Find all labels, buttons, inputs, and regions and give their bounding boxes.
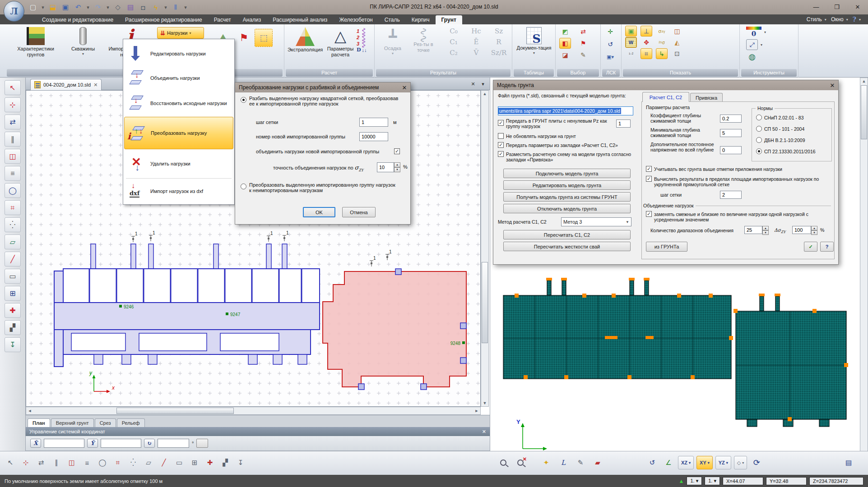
spring-1-button[interactable]: 1	[357, 28, 359, 34]
menu-item-import-dxf[interactable]: ↓ dxf Импорт нагрузок из dxf	[124, 181, 233, 202]
help-icon[interactable]: ?	[853, 16, 856, 23]
columns-icon[interactable]: ⫴	[171, 2, 181, 12]
rect-tool-icon[interactable]: ▭	[5, 269, 21, 284]
zoom-cancel-icon[interactable]: ✕	[514, 456, 527, 469]
method-select[interactable]: Метод 3▼	[561, 217, 631, 226]
edit-soil-model-button[interactable]: Редактировать модель грунта	[503, 180, 631, 190]
angle-view-icon[interactable]: ∠	[662, 456, 675, 469]
results-area-checkbox[interactable]: ✓	[646, 176, 652, 182]
add-node-tool-icon[interactable]: ⊹	[5, 97, 21, 112]
close-button[interactable]: ✕	[847, 0, 868, 14]
tab-analysis[interactable]: Анализ	[237, 15, 267, 24]
coord-apply-button[interactable]	[196, 439, 208, 448]
right-scrollbar-thumb[interactable]	[861, 85, 867, 139]
from-soil-button[interactable]: из ГРУНТа	[646, 242, 687, 252]
line-tool-icon[interactable]: ╱	[5, 252, 21, 266]
select-add-icon[interactable]: ◩	[559, 26, 571, 37]
c1-button[interactable]: C₁	[442, 38, 465, 46]
mesh-tool-icon[interactable]: ⊞	[5, 286, 21, 301]
bottom-hatch-icon[interactable]: ▞	[218, 456, 232, 469]
globe-settings-icon[interactable]: ◍	[746, 51, 758, 62]
slab-tool-icon[interactable]: ▱	[5, 234, 21, 249]
extra-stress-input[interactable]	[720, 146, 742, 154]
norm-sp22-radio[interactable]	[756, 148, 762, 154]
rotate-model-icon[interactable]: ⟳	[750, 456, 763, 469]
apply-button[interactable]: ✓	[804, 242, 817, 252]
plane-yz-button[interactable]: YZ▾	[715, 456, 731, 469]
dots-tool-icon[interactable]: ⁛	[5, 217, 21, 232]
app-logo-icon[interactable]: Л	[4, 1, 24, 22]
tab-creation[interactable]: Создание и редактирование	[36, 15, 119, 24]
open-file-icon[interactable]: ⬓	[48, 2, 58, 12]
document-tab-close-icon[interactable]: ✕	[93, 82, 97, 88]
tab-advanced-analysis[interactable]: Расширенный анализ	[267, 15, 333, 24]
node-numbers-icon[interactable]: ¹·²	[625, 48, 637, 59]
transfer-pz-checkbox[interactable]: ✓	[498, 120, 504, 126]
connect-soil-model-button[interactable]: Подключить модель грунта	[503, 169, 631, 178]
soil-characteristics-button[interactable]: Характеристики грунтов	[9, 27, 62, 58]
hc-button[interactable]: Hc	[465, 27, 487, 35]
view-tab-section[interactable]: Срез	[95, 418, 116, 427]
draw-icon[interactable]: ✎	[574, 456, 587, 469]
szr-button[interactable]: Sz/R	[487, 49, 510, 57]
soil-panel-close-icon[interactable]: ✕	[828, 81, 836, 89]
show-supports-icon[interactable]: ⊥	[641, 26, 652, 37]
documentation-button[interactable]: S Докумен-тация ▾	[516, 27, 552, 55]
dialog-close-icon[interactable]: ✕	[400, 83, 408, 92]
result-grid-step-input[interactable]	[720, 191, 742, 199]
coord-angle-input[interactable]	[158, 439, 189, 448]
document-tab[interactable]: 004-2020_дом 10.sld ✕	[30, 79, 102, 90]
delta-sigma-input[interactable]	[792, 226, 811, 234]
qat-overflow-icon[interactable]: ▾	[183, 2, 188, 12]
scale-combo-2[interactable]: 1. ▾	[705, 477, 720, 485]
soil-model-view[interactable]: Y X	[497, 271, 858, 455]
undo-dropdown-icon[interactable]: ▾	[86, 2, 90, 12]
rotate-view-icon[interactable]: ↺	[645, 456, 659, 469]
lightning-icon[interactable]: ϟ	[151, 2, 161, 12]
pz-group-input[interactable]	[616, 119, 631, 128]
recalc-c1c2-button[interactable]: Пересчитать C1, C2	[503, 230, 631, 239]
bottom-select-icon[interactable]: ↖	[4, 456, 17, 469]
right-region-scrollbar[interactable]: ▲▼	[860, 78, 868, 461]
boreholes-button[interactable]: Скважины ▾	[65, 27, 101, 56]
w-isofields-icon[interactable]: W	[625, 37, 637, 48]
bottom-swap-icon[interactable]: ⇄	[34, 456, 48, 469]
bottom-line-icon[interactable]: ╱	[157, 456, 171, 469]
vertical-scrollbar-thumb[interactable]	[482, 262, 488, 343]
select-tool-icon[interactable]: ↖	[5, 80, 21, 95]
style-menu[interactable]: Стиль	[807, 16, 822, 23]
tab-soil[interactable]: Грунт	[436, 15, 462, 24]
show-axes-icon[interactable]: ↳	[656, 48, 668, 59]
move-tool-icon[interactable]: ⇄	[5, 115, 21, 129]
norm-snip-radio[interactable]	[756, 115, 762, 120]
highlight-icon[interactable]: ✦	[539, 456, 553, 469]
bottom-snap-node-icon[interactable]: ⊹	[19, 456, 32, 469]
bottom-plate-icon[interactable]: ◫	[65, 456, 79, 469]
flag-icon[interactable]: ⚑	[236, 30, 252, 46]
c0-button[interactable]: C₀	[442, 27, 465, 35]
book-icon[interactable]: ▤	[125, 2, 135, 12]
r-button[interactable]: R	[487, 38, 510, 46]
menu-item-edit-loads[interactable]: Редактировать нагрузки	[124, 43, 233, 64]
contour-select-icon[interactable]: ⬚	[255, 29, 273, 47]
select-swap-icon[interactable]: ⇄	[577, 26, 589, 37]
place-scheme-checkbox[interactable]: ✓	[498, 151, 504, 157]
load-number-display[interactable]: 0 ▾	[746, 27, 766, 38]
merge-new-group-checkbox[interactable]: ✓	[394, 148, 400, 154]
zoom-frame-icon[interactable]: ⊡	[671, 48, 683, 59]
zoom-in-icon[interactable]	[497, 456, 510, 469]
transfer-params-checkbox[interactable]: ✓	[498, 142, 504, 148]
prism-view-icon[interactable]: ◇	[113, 2, 123, 12]
precision-input[interactable]	[377, 162, 394, 172]
horizontal-scrollbar-thumb[interactable]	[116, 408, 234, 414]
hatch-tool-icon[interactable]: ▞	[5, 320, 21, 335]
extrapolation-button[interactable]: Экстраполяция	[287, 27, 323, 53]
tab-advanced-edit[interactable]: Расширенное редактирование	[119, 15, 208, 24]
tab-calculation[interactable]: Расчет	[208, 15, 237, 24]
loads-dropdown-button[interactable]: ⇊ Нагрузки ▾	[157, 27, 204, 39]
norm-sp50-radio[interactable]	[756, 126, 762, 132]
cancel-button[interactable]: Отмена	[342, 207, 376, 217]
show-grid-icon[interactable]: ⌗	[641, 48, 652, 59]
bottom-circle-icon[interactable]: ◯	[96, 456, 109, 469]
list-tool-icon[interactable]: ≡	[5, 166, 21, 181]
